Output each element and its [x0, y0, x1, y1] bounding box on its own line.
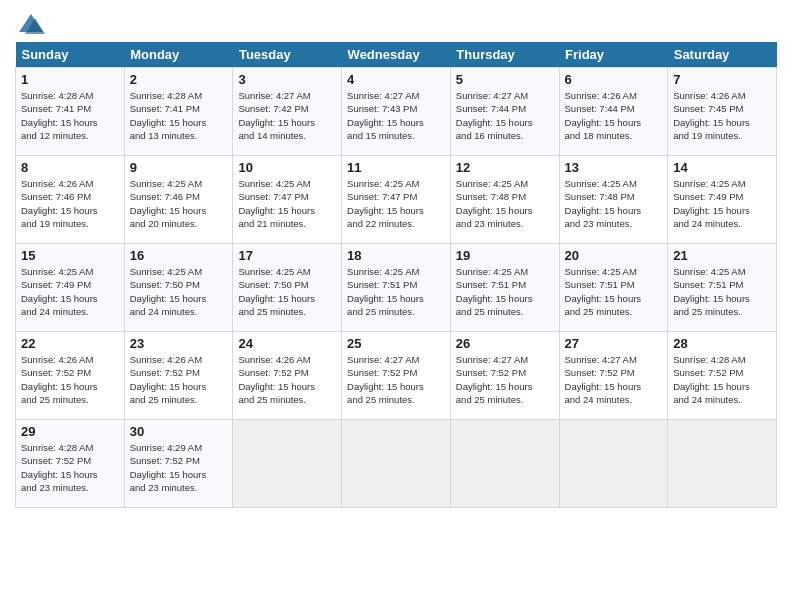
day-number: 1 [21, 72, 119, 87]
table-row: 29Sunrise: 4:28 AM Sunset: 7:52 PM Dayli… [16, 420, 125, 508]
col-monday: Monday [124, 42, 233, 68]
table-row: 22Sunrise: 4:26 AM Sunset: 7:52 PM Dayli… [16, 332, 125, 420]
day-info: Sunrise: 4:25 AM Sunset: 7:50 PM Dayligh… [238, 265, 336, 318]
day-info: Sunrise: 4:28 AM Sunset: 7:52 PM Dayligh… [673, 353, 771, 406]
day-number: 6 [565, 72, 663, 87]
logo [15, 10, 45, 34]
day-info: Sunrise: 4:28 AM Sunset: 7:41 PM Dayligh… [21, 89, 119, 142]
day-number: 5 [456, 72, 554, 87]
table-row: 28Sunrise: 4:28 AM Sunset: 7:52 PM Dayli… [668, 332, 777, 420]
col-sunday: Sunday [16, 42, 125, 68]
table-row: 17Sunrise: 4:25 AM Sunset: 7:50 PM Dayli… [233, 244, 342, 332]
day-number: 3 [238, 72, 336, 87]
table-row: 27Sunrise: 4:27 AM Sunset: 7:52 PM Dayli… [559, 332, 668, 420]
table-row: 19Sunrise: 4:25 AM Sunset: 7:51 PM Dayli… [450, 244, 559, 332]
col-tuesday: Tuesday [233, 42, 342, 68]
day-number: 23 [130, 336, 228, 351]
table-row: 16Sunrise: 4:25 AM Sunset: 7:50 PM Dayli… [124, 244, 233, 332]
day-info: Sunrise: 4:25 AM Sunset: 7:48 PM Dayligh… [456, 177, 554, 230]
page-container: Sunday Monday Tuesday Wednesday Thursday… [0, 0, 792, 518]
day-number: 18 [347, 248, 445, 263]
table-row: 3Sunrise: 4:27 AM Sunset: 7:42 PM Daylig… [233, 68, 342, 156]
table-row [668, 420, 777, 508]
day-number: 9 [130, 160, 228, 175]
day-number: 26 [456, 336, 554, 351]
day-info: Sunrise: 4:25 AM Sunset: 7:51 PM Dayligh… [673, 265, 771, 318]
table-row: 23Sunrise: 4:26 AM Sunset: 7:52 PM Dayli… [124, 332, 233, 420]
table-row: 24Sunrise: 4:26 AM Sunset: 7:52 PM Dayli… [233, 332, 342, 420]
day-number: 15 [21, 248, 119, 263]
table-row: 20Sunrise: 4:25 AM Sunset: 7:51 PM Dayli… [559, 244, 668, 332]
day-number: 28 [673, 336, 771, 351]
day-number: 30 [130, 424, 228, 439]
week-row-4: 22Sunrise: 4:26 AM Sunset: 7:52 PM Dayli… [16, 332, 777, 420]
day-number: 10 [238, 160, 336, 175]
day-number: 4 [347, 72, 445, 87]
header [15, 10, 777, 34]
day-info: Sunrise: 4:26 AM Sunset: 7:52 PM Dayligh… [238, 353, 336, 406]
col-friday: Friday [559, 42, 668, 68]
table-row [559, 420, 668, 508]
day-info: Sunrise: 4:26 AM Sunset: 7:52 PM Dayligh… [21, 353, 119, 406]
table-row: 11Sunrise: 4:25 AM Sunset: 7:47 PM Dayli… [342, 156, 451, 244]
day-number: 11 [347, 160, 445, 175]
day-info: Sunrise: 4:25 AM Sunset: 7:50 PM Dayligh… [130, 265, 228, 318]
day-info: Sunrise: 4:25 AM Sunset: 7:47 PM Dayligh… [238, 177, 336, 230]
day-info: Sunrise: 4:25 AM Sunset: 7:46 PM Dayligh… [130, 177, 228, 230]
day-info: Sunrise: 4:26 AM Sunset: 7:44 PM Dayligh… [565, 89, 663, 142]
col-saturday: Saturday [668, 42, 777, 68]
table-row: 13Sunrise: 4:25 AM Sunset: 7:48 PM Dayli… [559, 156, 668, 244]
day-number: 27 [565, 336, 663, 351]
day-info: Sunrise: 4:25 AM Sunset: 7:51 PM Dayligh… [347, 265, 445, 318]
day-number: 19 [456, 248, 554, 263]
table-row: 21Sunrise: 4:25 AM Sunset: 7:51 PM Dayli… [668, 244, 777, 332]
day-info: Sunrise: 4:26 AM Sunset: 7:52 PM Dayligh… [130, 353, 228, 406]
col-thursday: Thursday [450, 42, 559, 68]
table-row: 26Sunrise: 4:27 AM Sunset: 7:52 PM Dayli… [450, 332, 559, 420]
table-row [450, 420, 559, 508]
day-info: Sunrise: 4:26 AM Sunset: 7:46 PM Dayligh… [21, 177, 119, 230]
day-number: 20 [565, 248, 663, 263]
table-row: 6Sunrise: 4:26 AM Sunset: 7:44 PM Daylig… [559, 68, 668, 156]
day-number: 13 [565, 160, 663, 175]
day-number: 29 [21, 424, 119, 439]
day-number: 7 [673, 72, 771, 87]
table-row: 2Sunrise: 4:28 AM Sunset: 7:41 PM Daylig… [124, 68, 233, 156]
day-number: 16 [130, 248, 228, 263]
day-number: 24 [238, 336, 336, 351]
day-info: Sunrise: 4:27 AM Sunset: 7:52 PM Dayligh… [347, 353, 445, 406]
table-row: 4Sunrise: 4:27 AM Sunset: 7:43 PM Daylig… [342, 68, 451, 156]
table-row: 15Sunrise: 4:25 AM Sunset: 7:49 PM Dayli… [16, 244, 125, 332]
day-number: 21 [673, 248, 771, 263]
table-row: 14Sunrise: 4:25 AM Sunset: 7:49 PM Dayli… [668, 156, 777, 244]
day-number: 8 [21, 160, 119, 175]
day-info: Sunrise: 4:28 AM Sunset: 7:41 PM Dayligh… [130, 89, 228, 142]
calendar-table: Sunday Monday Tuesday Wednesday Thursday… [15, 42, 777, 508]
day-number: 17 [238, 248, 336, 263]
table-row: 12Sunrise: 4:25 AM Sunset: 7:48 PM Dayli… [450, 156, 559, 244]
day-info: Sunrise: 4:27 AM Sunset: 7:42 PM Dayligh… [238, 89, 336, 142]
table-row [342, 420, 451, 508]
day-info: Sunrise: 4:25 AM Sunset: 7:49 PM Dayligh… [673, 177, 771, 230]
table-row: 8Sunrise: 4:26 AM Sunset: 7:46 PM Daylig… [16, 156, 125, 244]
day-number: 12 [456, 160, 554, 175]
week-row-3: 15Sunrise: 4:25 AM Sunset: 7:49 PM Dayli… [16, 244, 777, 332]
table-row: 25Sunrise: 4:27 AM Sunset: 7:52 PM Dayli… [342, 332, 451, 420]
day-info: Sunrise: 4:25 AM Sunset: 7:48 PM Dayligh… [565, 177, 663, 230]
day-number: 22 [21, 336, 119, 351]
day-info: Sunrise: 4:25 AM Sunset: 7:51 PM Dayligh… [456, 265, 554, 318]
header-row: Sunday Monday Tuesday Wednesday Thursday… [16, 42, 777, 68]
col-wednesday: Wednesday [342, 42, 451, 68]
week-row-1: 1Sunrise: 4:28 AM Sunset: 7:41 PM Daylig… [16, 68, 777, 156]
day-info: Sunrise: 4:27 AM Sunset: 7:52 PM Dayligh… [456, 353, 554, 406]
table-row: 18Sunrise: 4:25 AM Sunset: 7:51 PM Dayli… [342, 244, 451, 332]
table-row [233, 420, 342, 508]
day-info: Sunrise: 4:25 AM Sunset: 7:51 PM Dayligh… [565, 265, 663, 318]
day-info: Sunrise: 4:25 AM Sunset: 7:49 PM Dayligh… [21, 265, 119, 318]
week-row-5: 29Sunrise: 4:28 AM Sunset: 7:52 PM Dayli… [16, 420, 777, 508]
week-row-2: 8Sunrise: 4:26 AM Sunset: 7:46 PM Daylig… [16, 156, 777, 244]
table-row: 1Sunrise: 4:28 AM Sunset: 7:41 PM Daylig… [16, 68, 125, 156]
day-info: Sunrise: 4:26 AM Sunset: 7:45 PM Dayligh… [673, 89, 771, 142]
day-info: Sunrise: 4:27 AM Sunset: 7:52 PM Dayligh… [565, 353, 663, 406]
day-info: Sunrise: 4:27 AM Sunset: 7:44 PM Dayligh… [456, 89, 554, 142]
